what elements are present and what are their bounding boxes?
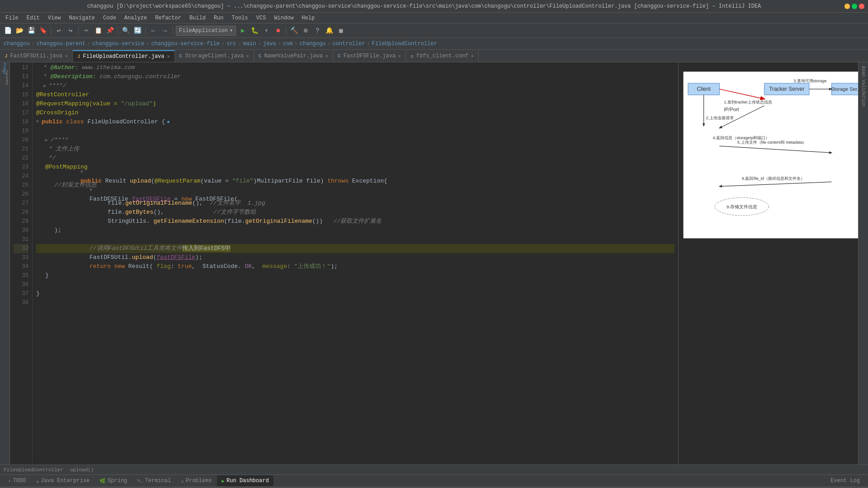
code-line-36: [36, 280, 675, 289]
tab-terminal-label: Terminal: [145, 478, 171, 484]
close-button[interactable]: ✕: [859, 4, 864, 9]
code-line-29: StringUtils. getFilenameExtension(file.g…: [36, 217, 675, 226]
breadcrumb-com[interactable]: com: [283, 41, 293, 47]
svg-text:2.上传连接请求: 2.上传连接请求: [706, 116, 734, 120]
notifications-button[interactable]: 🔔: [324, 26, 334, 36]
save-all-button[interactable]: 🔖: [38, 26, 48, 36]
stop-button[interactable]: ■: [273, 26, 283, 36]
run-config-dropdown[interactable]: FileApplication ▾: [176, 26, 236, 36]
titlebar-controls[interactable]: – □ ✕: [844, 4, 864, 9]
toolbar-separator-4: [145, 27, 146, 35]
code-bc-upload[interactable]: upload(): [70, 467, 94, 473]
toolbar-separator-1: [51, 27, 51, 35]
tab-problems[interactable]: ⚠ Problems: [176, 475, 216, 486]
tab-close-fastdfsfile[interactable]: ✕: [398, 53, 401, 59]
menu-edit[interactable]: Edit: [23, 14, 43, 22]
architecture-diagram: Client Tracker Server Storage Ser... IP/…: [683, 71, 863, 239]
tab-spring[interactable]: 🌿 Spring: [95, 475, 132, 486]
menu-run[interactable]: Run: [210, 14, 227, 22]
menu-tools[interactable]: Tools: [228, 14, 252, 22]
debug-button[interactable]: 🐛: [250, 26, 259, 36]
code-line-34: return new Result( flag: true, StatusCod…: [36, 262, 675, 271]
undo-button[interactable]: ↩: [54, 26, 64, 36]
tab-icon-namevaluepair: C: [259, 53, 262, 59]
maximize-button[interactable]: □: [852, 4, 857, 9]
tab-todo-label: TODO: [13, 478, 26, 484]
layout-button[interactable]: ▦: [336, 26, 346, 36]
breadcrumb-changgou[interactable]: changgou: [4, 41, 30, 47]
copy-button[interactable]: 📋: [93, 26, 103, 36]
structure-panel-toggle[interactable]: 2: Favorites: [1, 73, 9, 81]
fold-18-icon[interactable]: ▼: [36, 117, 42, 127]
menu-build[interactable]: Build: [186, 14, 209, 22]
tab-terminal[interactable]: >_ Terminal: [132, 475, 175, 486]
tab-close-fileuploadcontroller[interactable]: ✕: [167, 54, 170, 59]
editor-area: 12 13 14 15 16 17 18 19 20 21 22 23 24 2…: [10, 62, 678, 465]
code-line-14: ▶****/: [36, 81, 675, 90]
cut-button[interactable]: ✂: [81, 26, 91, 36]
code-bc-fileuploadcontroller[interactable]: FileUploadController: [4, 467, 63, 473]
tab-fdfs-client[interactable]: ⚙ fdfs_client.conf ✕: [406, 50, 479, 62]
menu-code[interactable]: Code: [99, 14, 120, 22]
menu-refactor[interactable]: Refactor: [151, 14, 185, 22]
toolbar-separator-5: [173, 27, 173, 35]
tab-storageclient[interactable]: C StorageClient.java ✕: [175, 50, 254, 62]
menu-vcs[interactable]: VCS: [253, 14, 270, 22]
breadcrumb-controller[interactable]: controller: [332, 41, 365, 47]
forward-button[interactable]: →: [160, 26, 170, 36]
terminal-icon: >_: [137, 478, 143, 483]
code-editor[interactable]: * @Author: www.itheima.com * @Descriptio…: [33, 62, 678, 465]
code-line-19: [36, 127, 675, 136]
minimize-button[interactable]: –: [844, 4, 850, 9]
breadcrumb-java[interactable]: java: [263, 41, 276, 47]
menu-navigate[interactable]: Navigate: [65, 14, 99, 22]
run-button[interactable]: ▶: [238, 26, 248, 36]
coverage-button[interactable]: ⚡: [261, 26, 271, 36]
build-button[interactable]: 🔨: [289, 26, 299, 36]
breadcrumb-changgou-parent[interactable]: changgou-parent: [37, 41, 85, 47]
svg-text:Tracker Server: Tracker Server: [769, 86, 804, 92]
tab-fastdfsfile[interactable]: C FastDFSFile.java ✕: [333, 50, 406, 62]
settings-button[interactable]: ⚙: [301, 26, 311, 36]
tab-event-log[interactable]: Event Log: [826, 475, 864, 486]
tab-close-storageclient[interactable]: ✕: [246, 53, 249, 59]
tab-close-namevaluepair[interactable]: ✕: [326, 53, 328, 59]
tab-todo[interactable]: ✓ TODO: [4, 475, 30, 486]
code-line-13: * @Description: com.changogu.controller: [36, 72, 675, 81]
tab-icon-fastdfsfile: C: [338, 53, 341, 59]
tab-fileuploadcontroller[interactable]: J FileUploadController.java ✕: [73, 50, 175, 62]
menu-analyze[interactable]: Analyze: [121, 14, 151, 22]
fold-24-icon[interactable]: ▼: [80, 168, 86, 177]
new-file-button[interactable]: 📄: [3, 26, 13, 36]
menu-window[interactable]: Window: [270, 14, 297, 22]
tab-close-fastdfsutil[interactable]: ✕: [65, 53, 68, 59]
breadcrumb-changgou-service[interactable]: changgou-service: [92, 41, 144, 47]
tab-close-fdfs-client[interactable]: ✕: [471, 53, 474, 59]
breadcrumb-src[interactable]: src: [226, 41, 236, 47]
breadcrumb-fileuploadcontroller[interactable]: FileUploadController: [372, 41, 437, 47]
tab-java-enterprise-label: Java Enterprise: [41, 478, 90, 484]
tab-java-enterprise[interactable]: ☕ Java Enterprise: [31, 475, 94, 486]
tab-run-dashboard[interactable]: ▶ Run Dashboard: [217, 475, 273, 486]
breadcrumb-changgou-service-file[interactable]: changgou-service-file: [151, 41, 219, 47]
open-button[interactable]: 📂: [14, 26, 24, 36]
save-button[interactable]: 💾: [26, 26, 36, 36]
find-button[interactable]: 🔍: [121, 26, 131, 36]
breadcrumb-changogu[interactable]: changogu: [300, 41, 326, 47]
back-button[interactable]: ←: [148, 26, 158, 36]
tab-fastdfsutil[interactable]: J FastDFSUtil.java ✕: [0, 50, 73, 62]
tab-label-fastdfsutil: FastDFSUtil.java: [10, 53, 62, 59]
replace-button[interactable]: 🔄: [132, 26, 142, 36]
breadcrumb-main[interactable]: main: [243, 41, 256, 47]
tab-namevaluepair[interactable]: C NameValuePair.java ✕: [254, 50, 333, 62]
menu-view[interactable]: View: [44, 14, 65, 22]
tabbar: J FastDFSUtil.java ✕ J FileUploadControl…: [0, 50, 868, 62]
paste-button[interactable]: 📌: [105, 26, 115, 36]
bean-validation-tab[interactable]: Bean Validation: [859, 64, 868, 108]
help-button[interactable]: ?: [312, 26, 322, 36]
menu-help[interactable]: Help: [298, 14, 318, 22]
menu-file[interactable]: File: [2, 14, 22, 22]
redo-button[interactable]: ↪: [66, 26, 75, 36]
code-line-21: * 文件上传: [36, 145, 675, 154]
fold-20-icon[interactable]: ▶: [45, 136, 51, 145]
